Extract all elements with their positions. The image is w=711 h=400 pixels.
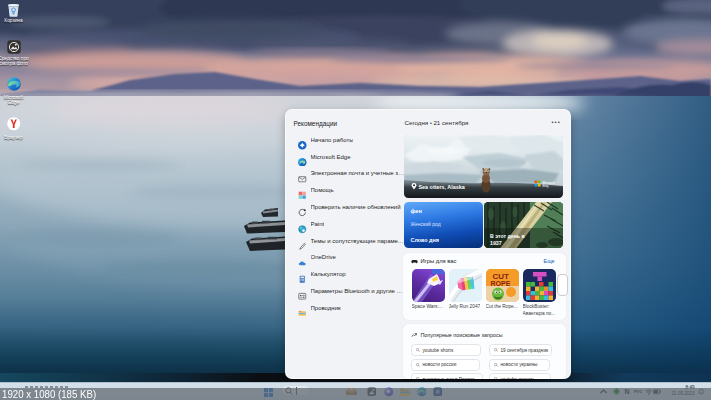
svg-text:Bing: Bing <box>542 184 548 188</box>
svg-text:ROPE: ROPE <box>490 280 510 287</box>
svg-text:1937: 1937 <box>490 240 502 246</box>
svg-text:Sea otters, Alaska: Sea otters, Alaska <box>418 183 465 189</box>
svg-text:В этот день в: В этот день в <box>490 232 525 238</box>
